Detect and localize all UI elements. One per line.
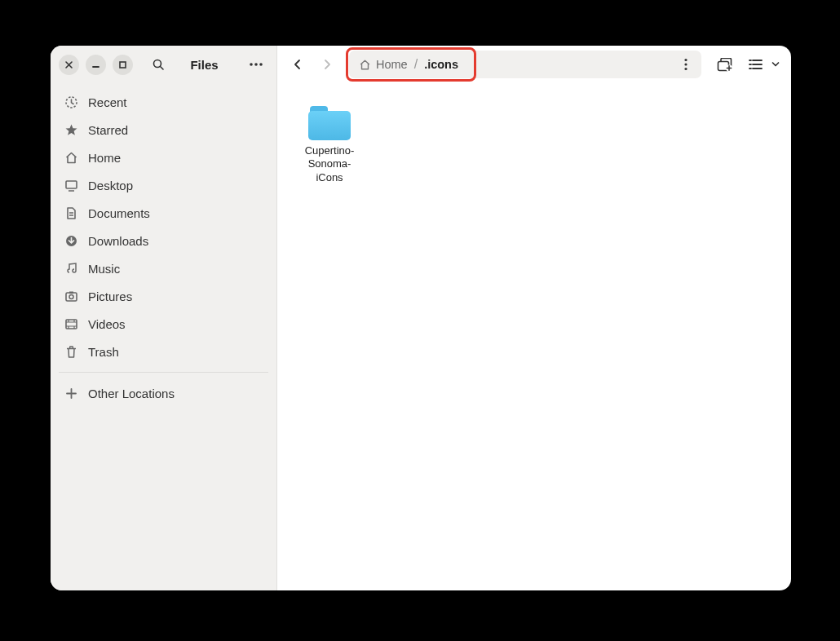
new-tab-icon bbox=[717, 58, 732, 72]
svg-rect-10 bbox=[69, 291, 73, 294]
sidebar-item-label: Home bbox=[88, 151, 121, 165]
window-controls bbox=[59, 55, 133, 75]
new-tab-button[interactable] bbox=[711, 51, 737, 77]
search-button[interactable] bbox=[148, 55, 168, 75]
sidebar-item-label: Starred bbox=[88, 123, 128, 137]
breadcrumb-separator: / bbox=[413, 57, 419, 72]
svg-point-9 bbox=[69, 294, 73, 298]
forward-button[interactable] bbox=[315, 51, 339, 77]
search-icon bbox=[152, 58, 165, 71]
svg-rect-6 bbox=[66, 181, 77, 188]
sidebar-item-downloads[interactable]: Downloads bbox=[55, 227, 272, 254]
chevron-down-icon bbox=[771, 61, 780, 68]
star-icon bbox=[64, 122, 78, 137]
downloads-icon bbox=[64, 233, 78, 248]
svg-point-13 bbox=[684, 63, 687, 65]
sidebar-item-label: Pictures bbox=[88, 290, 132, 303]
folder-item[interactable]: Cupertino-Sonoma-iCons bbox=[294, 103, 365, 188]
svg-point-4 bbox=[259, 63, 263, 66]
sidebar-divider bbox=[59, 372, 268, 373]
minimize-icon bbox=[91, 60, 100, 69]
desktop-icon bbox=[64, 178, 78, 192]
file-contents[interactable]: Cupertino-Sonoma-iCons bbox=[277, 83, 791, 590]
sidebar-item-home[interactable]: Home bbox=[55, 144, 272, 171]
sidebar-item-music[interactable]: Music bbox=[55, 254, 272, 282]
close-icon bbox=[64, 60, 73, 69]
plus-icon bbox=[64, 386, 78, 400]
sidebar-item-label: Music bbox=[88, 262, 120, 276]
breadcrumb-label: Home bbox=[376, 58, 408, 71]
svg-rect-8 bbox=[66, 293, 77, 301]
path-menu-button[interactable] bbox=[675, 54, 696, 75]
breadcrumb-home[interactable]: Home bbox=[354, 58, 413, 71]
sidebar-item-documents[interactable]: Documents bbox=[55, 199, 272, 227]
main-panel: Home / .icons bbox=[277, 46, 791, 590]
trash-icon bbox=[64, 344, 78, 359]
videos-icon bbox=[64, 316, 78, 331]
folder-icon bbox=[308, 106, 351, 140]
maximize-icon bbox=[118, 60, 127, 69]
svg-rect-11 bbox=[66, 320, 77, 329]
file-label: Cupertino-Sonoma-iCons bbox=[297, 144, 362, 184]
sidebar-item-starred[interactable]: Starred bbox=[55, 116, 272, 144]
sidebar-item-label: Recent bbox=[88, 95, 127, 109]
svg-point-12 bbox=[684, 59, 687, 61]
minimize-button[interactable] bbox=[86, 55, 106, 75]
more-vert-icon bbox=[684, 58, 687, 71]
maximize-button[interactable] bbox=[113, 55, 133, 75]
breadcrumb-label: .icons bbox=[424, 58, 458, 71]
sidebar-menu-button[interactable] bbox=[244, 63, 268, 66]
sidebar-item-videos[interactable]: Videos bbox=[55, 310, 272, 338]
sidebar-item-label: Documents bbox=[88, 206, 150, 220]
more-horiz-icon bbox=[249, 63, 263, 66]
documents-icon bbox=[64, 206, 78, 220]
sidebar-item-label: Desktop bbox=[88, 179, 133, 192]
app-title: Files bbox=[175, 58, 237, 72]
breadcrumb-current[interactable]: .icons bbox=[419, 58, 463, 71]
sidebar-item-label: Downloads bbox=[88, 234, 148, 248]
svg-rect-0 bbox=[120, 62, 126, 68]
chevron-right-icon bbox=[321, 59, 333, 70]
music-icon bbox=[64, 261, 78, 276]
sidebar-item-label: Trash bbox=[88, 345, 119, 359]
sidebar-item-label: Other Locations bbox=[88, 387, 175, 400]
sidebar-places: Recent Starred Home Desktop Documents Do… bbox=[51, 83, 276, 590]
sidebar-item-pictures[interactable]: Pictures bbox=[55, 282, 272, 310]
list-view-button[interactable] bbox=[742, 51, 768, 77]
file-manager-window: Files Recent Starred Home Desktop bbox=[51, 46, 791, 590]
sidebar-item-desktop[interactable]: Desktop bbox=[55, 171, 272, 199]
close-button[interactable] bbox=[59, 55, 79, 75]
pictures-icon bbox=[64, 289, 78, 303]
view-switcher bbox=[742, 51, 783, 77]
view-dropdown-button[interactable] bbox=[768, 51, 783, 77]
svg-point-3 bbox=[254, 63, 258, 66]
svg-point-2 bbox=[250, 63, 253, 66]
path-bar: Home / .icons bbox=[349, 51, 701, 78]
sidebar-item-trash[interactable]: Trash bbox=[55, 338, 272, 365]
toolbar: Home / .icons bbox=[277, 46, 791, 83]
chevron-left-icon bbox=[292, 59, 303, 70]
sidebar: Files Recent Starred Home Desktop bbox=[51, 46, 277, 590]
sidebar-item-recent[interactable]: Recent bbox=[55, 88, 272, 116]
home-icon bbox=[64, 150, 78, 165]
list-icon bbox=[749, 59, 763, 70]
sidebar-header: Files bbox=[51, 46, 276, 83]
back-button[interactable] bbox=[285, 51, 310, 77]
sidebar-item-label: Videos bbox=[88, 317, 126, 331]
home-icon bbox=[359, 59, 371, 71]
recent-icon bbox=[64, 95, 78, 109]
sidebar-item-other-locations[interactable]: Other Locations bbox=[55, 379, 272, 407]
svg-point-14 bbox=[684, 68, 687, 70]
